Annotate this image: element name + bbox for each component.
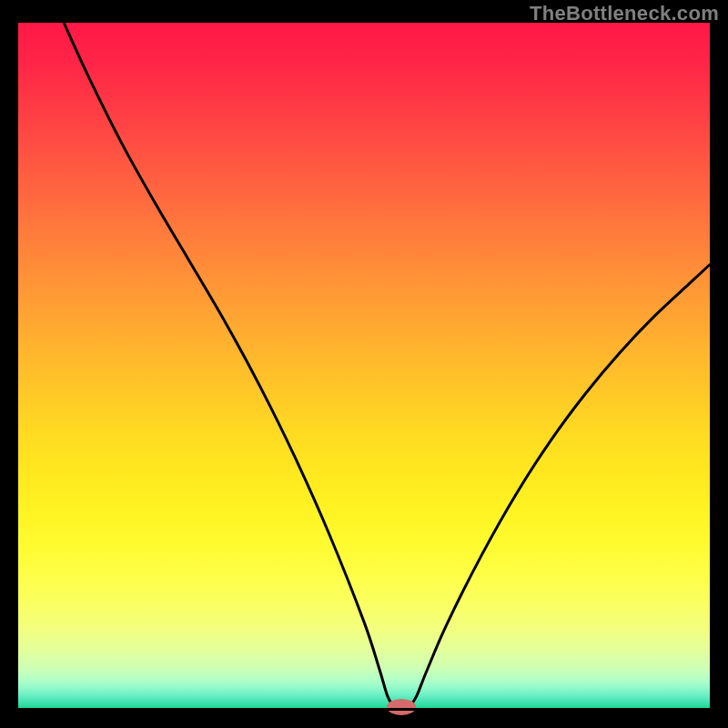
- optimal-point-marker: [387, 699, 416, 715]
- bottleneck-chart: [0, 0, 728, 728]
- gradient-background: [18, 23, 710, 710]
- watermark-text: TheBottleneck.com: [530, 2, 719, 25]
- chart-frame: TheBottleneck.com: [0, 0, 728, 728]
